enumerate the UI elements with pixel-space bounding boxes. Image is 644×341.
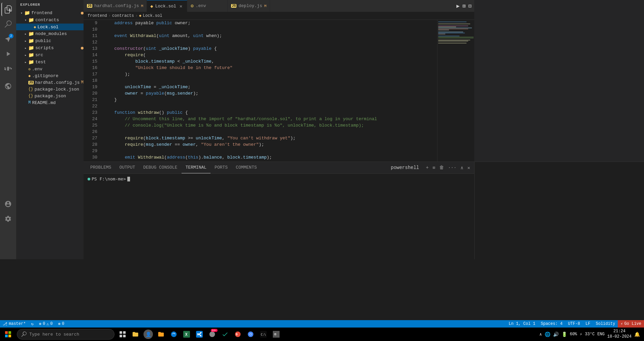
remote-status[interactable]: ⊗ 0 xyxy=(56,320,67,328)
cmd-taskbar[interactable]: C:\ xyxy=(257,328,269,340)
activity-bar: 2 xyxy=(0,0,16,259)
svg-text:C:\: C:\ xyxy=(261,333,266,336)
svg-text:⊞: ⊞ xyxy=(274,333,276,336)
notification-99-taskbar[interactable]: 99+ xyxy=(206,328,218,340)
breadcrumb-lockSol[interactable]: Lock.sol xyxy=(143,13,162,18)
excel-taskbar[interactable] xyxy=(181,328,193,340)
new-terminal-button[interactable]: + xyxy=(424,164,430,171)
code-line-10 xyxy=(104,26,437,33)
tree-item-hardhatConfig[interactable]: ▾ JS hardhat.config.js M xyxy=(16,79,84,86)
right-panel xyxy=(474,0,644,162)
tree-item-readme[interactable]: ▾ M README.md xyxy=(16,99,84,106)
sidebar-header: EXPLORER xyxy=(16,0,84,9)
tree-item-packageLock[interactable]: ▾ {} package-lock.json xyxy=(16,86,84,93)
run-debug-icon[interactable] xyxy=(1,47,15,61)
remote-explorer-icon[interactable] xyxy=(1,79,15,93)
split-terminal-button[interactable]: ⊞ xyxy=(431,165,437,171)
tree-item-packageJson[interactable]: ▾ {} package.json xyxy=(16,93,84,99)
terminal-panel: PROBLEMS OUTPUT DEBUG CONSOLE TERMINAL P… xyxy=(84,162,474,259)
edge-taskbar[interactable] xyxy=(168,328,180,340)
network-icon[interactable]: 🌐 xyxy=(545,332,550,337)
file-explorer-taskbar[interactable] xyxy=(129,328,141,340)
powershell-label: powershell xyxy=(389,164,420,171)
code-line-18 xyxy=(104,77,437,84)
source-control-icon[interactable]: 2 xyxy=(1,32,15,46)
split-editor-button[interactable]: ⊞ xyxy=(462,3,466,9)
show-hidden-button[interactable]: ∧ xyxy=(539,332,542,337)
tab-deployJs[interactable]: JS deploy.js M xyxy=(228,0,270,12)
indentation-status[interactable]: Spaces: 4 xyxy=(538,320,566,328)
errors-status[interactable]: ⊗ 0 ⚠ 0 xyxy=(36,320,56,328)
tree-item-lockSol[interactable]: ▾ ◆ Lock.sol xyxy=(16,24,84,30)
tab-env[interactable]: ⚙ .env xyxy=(187,0,228,12)
taskbar-clock[interactable]: 21:24 18-02-2024 xyxy=(607,329,632,339)
tree-item-test[interactable]: ▸ 📁 test xyxy=(16,59,84,66)
git-branch-status[interactable]: ⎇ master* xyxy=(0,320,28,328)
close-panel-button[interactable]: ✕ xyxy=(466,164,472,171)
tab-output[interactable]: OUTPUT xyxy=(115,162,139,173)
maximize-panel-button[interactable]: ∧ xyxy=(459,164,464,171)
notification-button[interactable]: 🔔 xyxy=(634,332,640,337)
deploy-modified-dot: M xyxy=(264,4,266,8)
tree-item-public[interactable]: ▸ 📁 public xyxy=(16,37,84,44)
tab-lockSol[interactable]: ◆ Lock.sol ✕ xyxy=(147,0,187,12)
kill-terminal-button[interactable]: 🗑 xyxy=(438,164,445,171)
more-panel-button[interactable]: ··· xyxy=(447,164,458,171)
battery-icon[interactable]: 🔋 xyxy=(561,332,567,337)
code-line-9: address payable public owner; xyxy=(104,20,437,26)
accounts-icon[interactable] xyxy=(1,197,15,211)
tab-ports[interactable]: PORTS xyxy=(211,162,232,173)
browser2-taskbar[interactable]: B xyxy=(232,328,244,340)
person-taskbar[interactable]: 👤 xyxy=(142,328,154,340)
sync-status[interactable]: ↻ xyxy=(28,320,36,328)
tree-item-nodeModules[interactable]: ▸ 📁 node_modules xyxy=(16,30,84,37)
tree-item-frontend[interactable]: ▾ 📁 frontend xyxy=(16,9,84,16)
settings-icon[interactable] xyxy=(1,212,15,226)
temperature-display: 33°C xyxy=(585,332,595,337)
charging-icon: ⚡ xyxy=(580,332,582,337)
run-button[interactable]: ▶ xyxy=(456,3,460,9)
tree-item-env[interactable]: ▾ ⚙ .env xyxy=(16,66,84,72)
tree-item-contracts[interactable]: ▾ 📁 contracts xyxy=(16,16,84,24)
check-taskbar[interactable] xyxy=(219,328,231,340)
language-mode-status[interactable]: Solidity xyxy=(593,320,618,328)
go-live-status[interactable]: ⚡ Go Live xyxy=(618,320,644,328)
vscode-taskbar[interactable] xyxy=(193,328,205,340)
more-actions-button[interactable]: ⊟ xyxy=(468,3,472,9)
remote-icon: ⊗ xyxy=(58,321,61,327)
tab-icon-env: ⚙ xyxy=(191,3,193,9)
tree-item-scripts[interactable]: ▸ 📁 scripts xyxy=(16,44,84,52)
tab-close-button[interactable]: ✕ xyxy=(180,3,182,9)
tab-icon-js: JS xyxy=(87,4,92,8)
extensions-icon[interactable] xyxy=(1,62,15,75)
encoding-status[interactable]: UTF-8 xyxy=(565,320,583,328)
cursor-position-status[interactable]: Ln 1, Col 1 xyxy=(506,320,538,328)
code-line-15: block.timestamp < _unlockTime, xyxy=(104,58,437,65)
tab-debug-console[interactable]: DEBUG CONSOLE xyxy=(139,162,181,173)
code-line-24: // Uncomment this line, and the import o… xyxy=(104,116,437,122)
tab-hardhatConfig[interactable]: JS hardhat.config.js M xyxy=(84,0,147,12)
tree-item-gitignore[interactable]: ▾ ◆ .gitignore xyxy=(16,72,84,79)
tab-comments[interactable]: COMMENTS xyxy=(232,162,261,173)
files-taskbar[interactable] xyxy=(155,328,167,340)
terminal-content[interactable]: PS F:\nom-me> xyxy=(84,174,474,259)
task-view-button[interactable] xyxy=(117,328,129,340)
windows-start-button[interactable] xyxy=(1,328,15,341)
code-line-12 xyxy=(104,39,437,45)
tab-terminal[interactable]: TERMINAL xyxy=(182,162,211,173)
code-line-30: emit Withdrawal(address(this).balance, b… xyxy=(104,154,437,161)
taskbar-search[interactable]: Type here to search xyxy=(17,329,115,340)
explorer-icon[interactable] xyxy=(1,3,15,16)
search-icon[interactable] xyxy=(1,18,15,31)
code-line-19: unlockTime = _unlockTime; xyxy=(104,84,437,90)
go-live-icon: ⚡ xyxy=(620,321,623,327)
chrome-taskbar[interactable] xyxy=(245,328,257,340)
tab-problems[interactable]: PROBLEMS xyxy=(86,162,115,173)
breadcrumb-contracts[interactable]: contracts xyxy=(112,13,134,18)
line-ending-status[interactable]: LF xyxy=(583,320,593,328)
language-display[interactable]: ENG xyxy=(597,332,605,337)
volume-icon[interactable]: 🔊 xyxy=(553,332,559,337)
windows-store-taskbar[interactable]: ⊞ xyxy=(270,328,282,340)
tree-item-src[interactable]: ▸ 📁 src xyxy=(16,52,84,59)
breadcrumb-frontend[interactable]: frontend xyxy=(88,13,107,18)
